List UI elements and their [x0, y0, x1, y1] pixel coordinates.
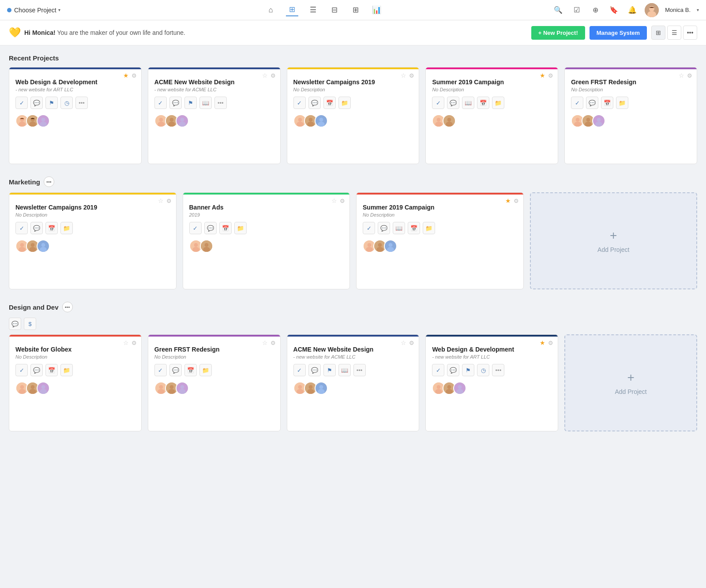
gear-icon[interactable]: ⚙	[409, 340, 414, 346]
cal-icon-btn[interactable]: 📅	[477, 97, 489, 109]
chat-icon-btn[interactable]: 💬	[378, 222, 390, 234]
cal-icon-btn[interactable]: 📅	[184, 364, 197, 376]
check-icon-btn[interactable]: ✓	[363, 222, 375, 234]
chat-icon-btn[interactable]: 💬	[308, 97, 321, 109]
folder-icon-btn[interactable]: 📁	[338, 97, 351, 109]
star-icon[interactable]: ★	[540, 339, 545, 346]
project-card-green-frst[interactable]: ☆ ⚙ Green FRST Redesign No Description ✓…	[564, 67, 697, 164]
add-icon[interactable]: ⊕	[589, 4, 601, 16]
chat-icon-btn[interactable]: 💬	[586, 97, 598, 109]
project-card-banner-ads[interactable]: ☆ ⚙ Banner Ads 2019 ✓ 💬 📅 📁	[183, 192, 350, 289]
project-card-acme[interactable]: ☆ ⚙ ACME New Website Design - new websit…	[148, 67, 281, 164]
flag-icon-btn[interactable]: ⚑	[323, 364, 336, 376]
marketing-more-button[interactable]: •••	[44, 176, 54, 187]
book-icon-btn[interactable]: 📖	[393, 222, 405, 234]
project-card-green-frst-dev[interactable]: ☆ ⚙ Green FRST Redesign No Description ✓…	[148, 334, 281, 431]
check-icon-btn[interactable]: ✓	[15, 364, 28, 376]
gear-icon[interactable]: ⚙	[131, 72, 137, 79]
project-card-newsletter-mkt[interactable]: ☆ ⚙ Newsletter Campaigns 2019 No Descrip…	[9, 192, 176, 289]
grid-icon[interactable]: ⊞	[286, 4, 298, 16]
check-icon-btn[interactable]: ✓	[293, 97, 306, 109]
clock-icon-btn[interactable]: ◷	[477, 364, 489, 376]
chat-icon-btn[interactable]: 💬	[447, 364, 459, 376]
more-icon-btn[interactable]: •••	[492, 364, 504, 376]
user-chevron-icon[interactable]: ▾	[697, 7, 699, 12]
gear-icon[interactable]: ⚙	[270, 340, 276, 346]
check-icon-btn[interactable]: ✓	[293, 364, 306, 376]
check-icon-btn[interactable]: ✓	[571, 97, 583, 109]
project-card-globex[interactable]: ☆ ⚙ Website for Globex No Description ✓ …	[9, 334, 142, 431]
folder-icon-btn[interactable]: 📁	[234, 222, 247, 234]
check-icon-btn[interactable]: ✓	[154, 97, 167, 109]
clock-icon-btn[interactable]: ◷	[60, 97, 73, 109]
gear-icon[interactable]: ⚙	[166, 198, 172, 204]
chat-tag-btn[interactable]: 💬	[9, 318, 21, 330]
flag-icon-btn[interactable]: ⚑	[462, 364, 474, 376]
chat-icon-btn[interactable]: 💬	[30, 222, 43, 234]
book-icon-btn[interactable]: 📖	[199, 97, 212, 109]
book-icon-btn[interactable]: 📖	[462, 97, 474, 109]
chart-icon[interactable]: 📊	[371, 4, 383, 16]
chat-icon-btn[interactable]: 💬	[30, 97, 43, 109]
search-icon[interactable]: 🔍	[552, 4, 564, 16]
dollar-tag-btn[interactable]: $	[24, 318, 36, 330]
star-icon[interactable]: ☆	[331, 197, 337, 204]
check-icon-btn[interactable]: ✓	[15, 222, 28, 234]
project-card-web-design-dev2[interactable]: ★ ⚙ Web Design & Development - new websi…	[425, 334, 558, 431]
cal-icon-btn[interactable]: 📅	[45, 364, 58, 376]
list-view-button[interactable]: ☰	[667, 26, 681, 40]
chat-icon-btn[interactable]: 💬	[447, 97, 459, 109]
folder-icon-btn[interactable]: 📁	[423, 222, 435, 234]
book-icon-btn[interactable]: 📖	[338, 364, 351, 376]
bookmark-icon[interactable]: 🔖	[608, 4, 620, 16]
cal-icon-btn[interactable]: 📅	[323, 97, 336, 109]
gear-icon[interactable]: ⚙	[548, 72, 553, 79]
gear-icon[interactable]: ⚙	[131, 340, 137, 346]
chat-icon-btn[interactable]: 💬	[169, 364, 182, 376]
cal-icon-btn[interactable]: 📅	[45, 222, 58, 234]
check-icon-btn[interactable]: ✓	[154, 364, 167, 376]
star-icon[interactable]: ☆	[123, 339, 129, 346]
cal-icon-btn[interactable]: 📅	[219, 222, 232, 234]
new-project-button[interactable]: + New Project!	[531, 26, 585, 40]
chat-icon-btn[interactable]: 💬	[30, 364, 43, 376]
user-name[interactable]: Monica B.	[665, 7, 691, 13]
gear-icon[interactable]: ⚙	[409, 72, 414, 79]
cal-icon-btn[interactable]: 📅	[601, 97, 613, 109]
flag-icon-btn[interactable]: ⚑	[45, 97, 58, 109]
check-icon-btn[interactable]: ✓	[432, 364, 444, 376]
check-icon-btn[interactable]: ✓	[189, 222, 202, 234]
project-card-newsletter[interactable]: ☆ ⚙ Newsletter Campaigns 2019 No Descrip…	[287, 67, 420, 164]
project-card-summer-mkt[interactable]: ★ ⚙ Summer 2019 Campaign No Description …	[356, 192, 524, 289]
design-dev-more-button[interactable]: •••	[62, 302, 73, 312]
flag-icon-btn[interactable]: ⚑	[184, 97, 197, 109]
star-icon[interactable]: ★	[540, 72, 545, 79]
gear-icon[interactable]: ⚙	[548, 340, 553, 346]
chat-icon-btn[interactable]: 💬	[169, 97, 182, 109]
gear-icon[interactable]: ⚙	[687, 72, 692, 79]
more-icon-btn[interactable]: •••	[75, 97, 88, 109]
cal-icon-btn[interactable]: 📅	[408, 222, 420, 234]
project-card-web-design-dev[interactable]: ★ ⚙ Web Design & Development - new websi…	[9, 67, 142, 164]
tasks-icon[interactable]: ☑	[571, 4, 583, 16]
grid-view-button[interactable]: ⊞	[651, 26, 665, 40]
list-icon[interactable]: ☰	[307, 4, 319, 16]
folder-icon-btn[interactable]: 📁	[60, 364, 73, 376]
apps-icon[interactable]: ⊟	[328, 4, 341, 16]
chat-icon-btn[interactable]: 💬	[204, 222, 217, 234]
folder-icon-btn[interactable]: 📁	[60, 222, 73, 234]
check-icon-btn[interactable]: ✓	[432, 97, 444, 109]
project-card-summer[interactable]: ★ ⚙ Summer 2019 Campaign No Description …	[425, 67, 558, 164]
star-icon[interactable]: ☆	[158, 197, 164, 204]
gear-icon[interactable]: ⚙	[340, 198, 345, 204]
more-icon-btn[interactable]: •••	[353, 364, 366, 376]
manage-system-button[interactable]: Manage System	[590, 26, 647, 40]
add-project-card-design-dev[interactable]: + Add Project	[564, 334, 697, 431]
check-icon-btn[interactable]: ✓	[15, 97, 28, 109]
gear-icon[interactable]: ⚙	[270, 72, 276, 79]
folder-icon-btn[interactable]: 📁	[616, 97, 628, 109]
star-icon[interactable]: ★	[505, 197, 511, 204]
gear-icon[interactable]: ⚙	[514, 198, 519, 204]
add-project-card-marketing[interactable]: + Add Project	[530, 192, 698, 289]
folder-icon-btn[interactable]: 📁	[492, 97, 504, 109]
